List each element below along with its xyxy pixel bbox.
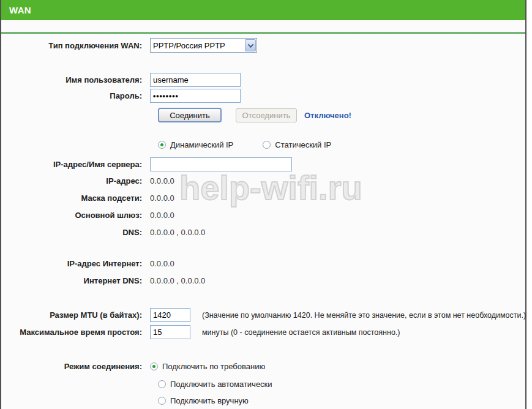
internet-ip-label: IP-адрес Интернет: bbox=[0, 259, 150, 268]
gateway-value: 0.0.0.0 bbox=[150, 211, 174, 220]
mode-manual-radio[interactable] bbox=[158, 397, 166, 405]
mtu-note: (Значение по умолчанию 1420. Не меняйте … bbox=[202, 311, 526, 320]
subnet-mask-row: Маска подсети: 0.0.0.0 bbox=[0, 192, 524, 203]
wan-type-selected-value: PPTP/Россия PPTP bbox=[151, 41, 244, 50]
internet-dns-label: Интернет DNS: bbox=[0, 276, 150, 285]
wan-type-select[interactable]: PPTP/Россия PPTP bbox=[150, 38, 257, 53]
mode-on-demand-label[interactable]: Подключить по требованию bbox=[162, 362, 265, 371]
dynamic-ip-radio[interactable] bbox=[158, 141, 166, 149]
username-label: Имя пользователя: bbox=[0, 75, 150, 84]
username-row: Имя пользователя: bbox=[0, 73, 524, 87]
mode-manual-label[interactable]: Подключить вручную bbox=[170, 396, 249, 405]
gateway-label: Основной шлюз: bbox=[0, 211, 150, 220]
wan-settings-page: WAN Тип подключения WAN: PPTP/Россия PPT… bbox=[0, 0, 532, 409]
password-row: Пароль: bbox=[0, 89, 524, 103]
dynamic-ip-label[interactable]: Динамический IP bbox=[170, 140, 233, 149]
internet-ip-value: 0.0.0.0 bbox=[150, 259, 174, 268]
ip-address-row: IP-адрес: 0.0.0.0 bbox=[0, 175, 524, 186]
internet-ip-row: IP-адрес Интернет: 0.0.0.0 bbox=[0, 258, 524, 269]
mode-on-demand-radio[interactable] bbox=[150, 362, 158, 370]
chevron-down-icon[interactable] bbox=[245, 39, 256, 51]
mode-auto-label[interactable]: Подключить автоматически bbox=[170, 380, 272, 389]
idle-time-label: Максимальное время простоя: bbox=[0, 328, 150, 337]
dns-value: 0.0.0.0 , 0.0.0.0 bbox=[150, 228, 205, 237]
connection-mode-manual-row: Подключить вручную bbox=[0, 396, 524, 406]
wan-type-row: Тип подключения WAN: PPTP/Россия PPTP bbox=[0, 38, 524, 53]
header-divider bbox=[1, 32, 525, 34]
connection-mode-auto-row: Подключить автоматически bbox=[0, 379, 524, 389]
wan-type-label: Тип подключения WAN: bbox=[0, 41, 150, 50]
server-input[interactable] bbox=[150, 157, 292, 171]
gateway-row: Основной шлюз: 0.0.0.0 bbox=[0, 209, 524, 220]
subnet-mask-label: Маска подсети: bbox=[0, 193, 150, 203]
password-input[interactable] bbox=[150, 89, 241, 103]
password-label: Пароль: bbox=[0, 91, 150, 100]
panel-right-border bbox=[525, 0, 526, 409]
static-ip-label[interactable]: Статический IP bbox=[275, 140, 331, 149]
static-ip-radio[interactable] bbox=[263, 141, 271, 149]
username-input[interactable] bbox=[150, 73, 241, 87]
page-title: WAN bbox=[1, 0, 525, 20]
page-background bbox=[1, 0, 525, 409]
connection-status: Отключено! bbox=[304, 111, 351, 120]
connection-mode-label: Режим соединения: bbox=[0, 362, 150, 371]
idle-time-row: Максимальное время простоя: минуты (0 - … bbox=[0, 325, 524, 339]
ip-address-label: IP-адрес: bbox=[0, 176, 150, 186]
idle-time-input[interactable] bbox=[150, 325, 190, 339]
connect-button[interactable]: Соединить bbox=[158, 108, 222, 122]
connection-mode-row: Режим соединения: Подключить по требован… bbox=[0, 361, 524, 372]
connection-buttons-row: Соединить Отсоединить Отключено! bbox=[0, 108, 524, 122]
dns-row: DNS: 0.0.0.0 , 0.0.0.0 bbox=[0, 227, 524, 238]
idle-time-note: минуты (0 - соединение остается активным… bbox=[202, 328, 400, 337]
mtu-label: Размер MTU (в байтах): bbox=[0, 310, 150, 320]
mtu-input[interactable] bbox=[150, 308, 190, 322]
internet-dns-row: Интернет DNS: 0.0.0.0 , 0.0.0.0 bbox=[0, 275, 524, 286]
internet-dns-value: 0.0.0.0 , 0.0.0.0 bbox=[150, 276, 205, 285]
mode-auto-radio[interactable] bbox=[158, 380, 166, 388]
subnet-mask-value: 0.0.0.0 bbox=[150, 193, 174, 203]
disconnect-button: Отсоединить bbox=[236, 108, 297, 122]
server-row: IP-адрес/Имя сервера: bbox=[0, 157, 524, 171]
dns-label: DNS: bbox=[0, 228, 150, 237]
panel-left-border bbox=[0, 0, 1, 409]
ip-address-value: 0.0.0.0 bbox=[150, 176, 174, 186]
server-label: IP-адрес/Имя сервера: bbox=[0, 160, 150, 169]
mtu-row: Размер MTU (в байтах): (Значение по умол… bbox=[0, 308, 524, 322]
ip-mode-row: Динамический IP Статический IP bbox=[0, 140, 524, 149]
